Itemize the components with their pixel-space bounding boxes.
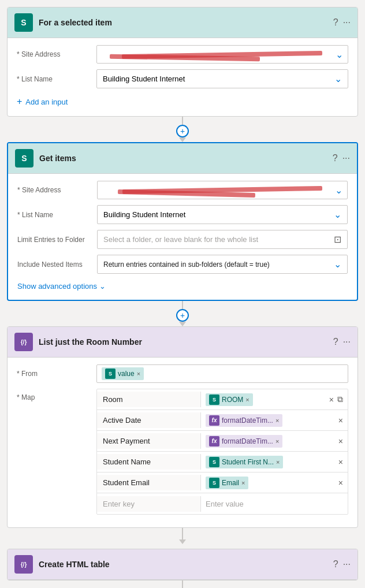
from-value-text: value: [118, 370, 135, 378]
arrow-line-1: [182, 528, 183, 539]
next-payment-tag-text: formatDateTim...: [222, 437, 273, 445]
get-items-site-address-row: * Site Address ⌄: [17, 181, 348, 199]
map-key-active-date: Active Date: [97, 412, 201, 428]
get-items-site-address-label: * Site Address: [17, 186, 92, 194]
more-icon[interactable]: ···: [343, 17, 351, 28]
limit-entries-input[interactable]: Select a folder, or leave blank for the …: [97, 230, 348, 249]
show-advanced-label: Show advanced options: [17, 282, 97, 291]
folder-icon[interactable]: ⊡: [334, 234, 341, 245]
get-items-list-name-row: * List Name Building Student Internet ⌄: [17, 205, 348, 224]
room-s-icon: S: [209, 395, 219, 405]
card-title-for-selected-item: For a selected item: [39, 18, 327, 27]
connector-line: [182, 117, 183, 125]
next-payment-tag-close[interactable]: ×: [275, 438, 279, 445]
get-items-list-name-label: * List Name: [17, 211, 92, 219]
include-nested-chevron[interactable]: ⌄: [334, 259, 341, 270]
add-input-button[interactable]: + Add an input: [17, 94, 348, 109]
card-title-create-html-table: Create HTML table: [39, 560, 327, 569]
map-row: * Map Room S ROOM ×: [17, 389, 348, 515]
list-name-chevron[interactable]: ⌄: [334, 73, 342, 84]
student-email-s-icon: S: [209, 478, 219, 488]
connector-1: +: [176, 117, 189, 142]
next-payment-delete-icon[interactable]: ×: [338, 437, 343, 446]
create-html-header-actions: ? ···: [333, 559, 351, 570]
card-header-get-items: S Get items ? ···: [8, 143, 357, 174]
student-name-map-actions: ×: [334, 457, 348, 467]
create-html-help-icon[interactable]: ?: [333, 559, 338, 570]
limit-entries-row: Limit Entries to Folder Select a folder,…: [17, 230, 348, 249]
list-name-value: Building Student Internet: [103, 75, 185, 83]
chevron-down-icon[interactable]: ⌄: [336, 49, 343, 60]
list-name-row: * List Name Building Student Internet ⌄: [17, 69, 348, 88]
get-items-site-address-input[interactable]: ⌄: [97, 181, 348, 199]
active-date-tag-close[interactable]: ×: [275, 417, 279, 424]
show-advanced-button[interactable]: Show advanced options ⌄: [17, 280, 348, 293]
next-payment-tag: fx formatDateTim... ×: [206, 435, 282, 448]
add-input-label: Add an input: [25, 98, 68, 106]
student-email-tag-close[interactable]: ×: [241, 479, 245, 486]
map-key-placeholder[interactable]: Enter key: [97, 496, 201, 512]
room-tag-text: ROOM: [222, 396, 243, 404]
map-table: Room S ROOM × × ⧉: [96, 389, 348, 515]
card-create-html-table: {/} Create HTML table ? ···: [7, 549, 358, 580]
map-key-next-payment: Next Payment: [97, 433, 201, 449]
map-key-student-name: Student Name: [97, 454, 201, 470]
card-title-get-items: Get items: [39, 154, 327, 163]
create-html-icon-label: {/}: [21, 561, 27, 568]
room-delete-icon[interactable]: ×: [329, 395, 334, 404]
student-name-delete-icon[interactable]: ×: [338, 457, 343, 467]
from-input[interactable]: S value ×: [96, 364, 348, 383]
map-value-room: S ROOM ×: [201, 391, 325, 408]
arrow-line-2: [182, 580, 183, 588]
include-nested-row: Include Nested Items Return entries cont…: [17, 255, 348, 274]
arrow-connector-2: [179, 580, 186, 588]
show-advanced-chevron: ⌄: [99, 282, 106, 291]
active-date-fx-icon: fx: [209, 415, 219, 426]
student-email-delete-icon[interactable]: ×: [338, 478, 343, 487]
from-row: * From S value ×: [17, 364, 348, 383]
get-items-list-name-input[interactable]: Building Student Internet ⌄: [97, 205, 348, 224]
room-tag-close[interactable]: ×: [245, 396, 249, 403]
include-nested-input[interactable]: Return entries contained in sub-folders …: [97, 255, 348, 274]
list-name-input[interactable]: Building Student Internet ⌄: [96, 69, 348, 88]
active-date-tag-text: formatDateTim...: [222, 416, 273, 425]
add-step-button-2[interactable]: +: [176, 309, 189, 322]
from-value-tag: S value ×: [102, 367, 144, 380]
create-html-more-icon[interactable]: ···: [343, 559, 351, 570]
student-name-tag-close[interactable]: ×: [276, 459, 280, 466]
map-row-placeholder: Enter key Enter value: [97, 493, 348, 514]
get-items-help-icon[interactable]: ?: [333, 153, 338, 163]
room-copy-icon[interactable]: ⧉: [337, 395, 343, 404]
map-value-student-email: S Email ×: [201, 474, 334, 492]
card-header-list-room: {/} List just the Room Number ? ···: [8, 327, 357, 358]
map-key-room: Room: [97, 392, 201, 407]
student-email-map-actions: ×: [334, 478, 348, 487]
room-tag: S ROOM ×: [206, 393, 253, 406]
student-name-tag: S Student First N... ×: [206, 456, 283, 468]
site-address-input[interactable]: ⌄: [96, 45, 348, 64]
list-room-header-actions: ? ···: [333, 337, 351, 347]
icon-create-html-table: {/}: [14, 555, 33, 574]
get-items-list-name-chevron[interactable]: ⌄: [334, 209, 341, 220]
list-name-label: * List Name: [17, 75, 92, 83]
help-icon[interactable]: ?: [333, 17, 338, 28]
next-payment-map-actions: ×: [334, 437, 348, 446]
connector-arrow: [179, 137, 186, 142]
list-room-help-icon[interactable]: ?: [333, 337, 338, 347]
get-items-more-icon[interactable]: ···: [342, 153, 350, 163]
card-get-items: S Get items ? ··· * Site Address ⌄ * Lis…: [7, 142, 358, 301]
list-room-more-icon[interactable]: ···: [343, 337, 351, 347]
active-date-delete-icon[interactable]: ×: [338, 416, 343, 425]
flow-container: S For a selected item ? ··· * Site Addre…: [7, 7, 358, 588]
from-tag-close[interactable]: ×: [137, 370, 140, 377]
plus-icon: +: [17, 96, 22, 107]
arrow-connector-1: [179, 528, 186, 549]
add-step-button[interactable]: +: [176, 125, 189, 137]
map-table-container: Room S ROOM × × ⧉: [96, 389, 348, 515]
get-items-site-chevron[interactable]: ⌄: [335, 185, 342, 196]
limit-entries-placeholder: Select a folder, or leave blank for the …: [103, 235, 258, 244]
active-date-tag: fx formatDateTim... ×: [206, 414, 282, 427]
student-email-tag-text: Email: [222, 479, 239, 487]
active-date-map-actions: ×: [334, 416, 348, 425]
map-value-placeholder[interactable]: Enter value: [201, 497, 348, 511]
